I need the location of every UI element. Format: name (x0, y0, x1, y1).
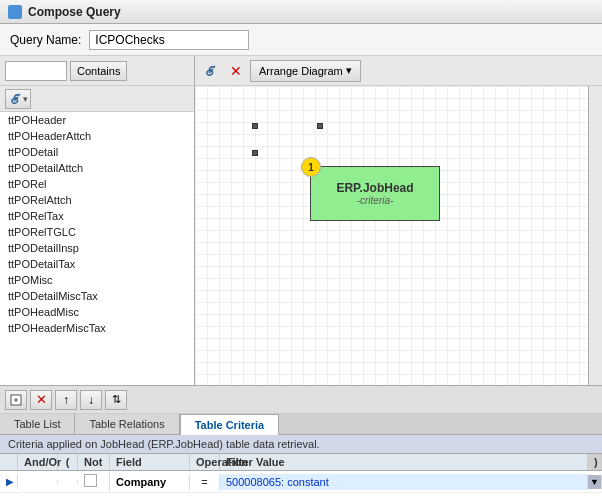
new-record-button[interactable] (5, 390, 27, 410)
list-item[interactable]: ttPOHeadMisc (0, 304, 194, 320)
list-item[interactable]: ttPOHeaderMiscTax (0, 320, 194, 336)
list-item[interactable]: ttPODetailTax (0, 256, 194, 272)
tab-table-list[interactable]: Table List (0, 414, 75, 434)
sort-button[interactable]: ⇅ (105, 390, 127, 410)
link-diagram-icon[interactable] (200, 60, 222, 82)
handle-mr (252, 150, 258, 156)
cell-not (78, 472, 110, 491)
bottom-tabs: Table List Table Relations Table Criteri… (0, 414, 602, 435)
title-bar-text: Compose Query (28, 5, 121, 19)
link-icon-button[interactable]: ▾ (5, 89, 31, 109)
criteria-data-row[interactable]: ▶ Company = 500008065: constant ▼ (0, 471, 602, 493)
not-checkbox[interactable] (84, 474, 97, 487)
left-panel: Contains ▾ ttPOHeader ttPOHeaderAttch tt… (0, 56, 195, 385)
handle-bm (317, 123, 323, 129)
handle-br (252, 123, 258, 129)
diagram-toolbar: ✕ Arrange Diagram ▾ (195, 56, 602, 86)
node-subtitle: -criteria- (357, 195, 394, 206)
header-paren-close: ) (588, 454, 602, 470)
vertical-scrollbar[interactable] (588, 86, 602, 385)
query-name-row: Query Name: (0, 24, 602, 56)
tab-table-relations[interactable]: Table Relations (75, 414, 179, 434)
arrange-diagram-button[interactable]: Arrange Diagram ▾ (250, 60, 361, 82)
delete-button[interactable]: ✕ (30, 390, 52, 410)
arrange-dropdown-icon: ▾ (346, 64, 352, 77)
list-item[interactable]: ttPOMisc (0, 272, 194, 288)
diagram-canvas[interactable]: 1 ERP.JobHead -criteria- (195, 86, 602, 385)
row-arrow-indicator: ▶ (0, 474, 18, 489)
list-item[interactable]: ttPODetailInsp (0, 240, 194, 256)
list-item[interactable]: ttPORel (0, 176, 194, 192)
list-item[interactable]: ttPODetailMiscTax (0, 288, 194, 304)
header-paren: ( (58, 454, 78, 470)
tab-table-criteria[interactable]: Table Criteria (180, 414, 280, 435)
node-title: ERP.JobHead (336, 181, 413, 195)
second-toolbar: ▾ (0, 86, 194, 112)
header-andor: And/Or (18, 454, 58, 470)
list-item[interactable]: ttPORelTGLC (0, 224, 194, 240)
criteria-table: And/Or ( Not Field Operation Filter Valu… (0, 454, 602, 500)
query-name-input[interactable] (89, 30, 249, 50)
cell-filter-dropdown[interactable]: ▼ (588, 475, 602, 489)
cell-filter-value[interactable]: 500008065: constant (220, 474, 588, 490)
header-not: Not (78, 454, 110, 470)
left-toolbar: Contains (0, 56, 194, 86)
list-item[interactable]: ttPORelTax (0, 208, 194, 224)
list-item[interactable]: ttPOHeader (0, 112, 194, 128)
node-badge: 1 (301, 157, 321, 177)
bottom-section: ✕ ↑ ↓ ⇅ Table List Table Relations Table… (0, 386, 602, 500)
header-filter-value: Filter Value (220, 454, 588, 470)
app-icon (8, 5, 22, 19)
move-up-button[interactable]: ↑ (55, 390, 77, 410)
header-operation: Operation (190, 454, 220, 470)
dropdown-arrow-icon: ▼ (590, 477, 599, 487)
bottom-toolbar: ✕ ↑ ↓ ⇅ (0, 386, 602, 414)
move-down-button[interactable]: ↓ (80, 390, 102, 410)
query-name-label: Query Name: (10, 33, 81, 47)
new-doc-icon (10, 394, 22, 406)
cell-andor (18, 480, 58, 484)
cell-operation: = (190, 474, 220, 490)
list-item[interactable]: ttPODetailAttch (0, 160, 194, 176)
list-item[interactable]: ttPORelAttch (0, 192, 194, 208)
clear-diagram-button[interactable]: ✕ (225, 60, 247, 82)
main-area: Contains ▾ ttPOHeader ttPOHeaderAttch tt… (0, 56, 602, 386)
cell-paren-open (58, 480, 78, 484)
header-field: Field (110, 454, 190, 470)
list-item[interactable]: ttPODetail (0, 144, 194, 160)
erp-job-head-node[interactable]: 1 ERP.JobHead -criteria- (310, 166, 440, 221)
link-icon (9, 92, 23, 106)
criteria-table-header: And/Or ( Not Field Operation Filter Valu… (0, 454, 602, 471)
criteria-info: Criteria applied on JobHead (ERP.JobHead… (0, 435, 602, 454)
arrange-label: Arrange Diagram (259, 65, 343, 77)
diagram-area: ✕ Arrange Diagram ▾ 1 ERP.JobH (195, 56, 602, 385)
contains-button[interactable]: Contains (70, 61, 127, 81)
table-list[interactable]: ttPOHeader ttPOHeaderAttch ttPODetail tt… (0, 112, 194, 385)
search-box[interactable] (5, 61, 67, 81)
title-bar: Compose Query (0, 0, 602, 24)
chain-icon (204, 64, 218, 78)
header-arrow (0, 454, 18, 470)
list-item[interactable]: ttPOHeaderAttch (0, 128, 194, 144)
cell-field: Company (110, 474, 190, 490)
